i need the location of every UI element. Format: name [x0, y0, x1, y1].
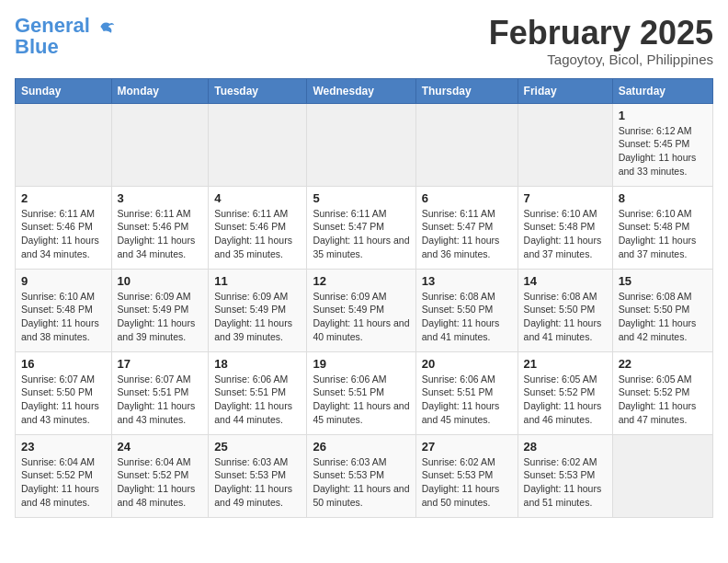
day-number: 14 — [524, 274, 607, 288]
day-number: 11 — [214, 274, 301, 288]
weekday-header-monday: Monday — [111, 78, 209, 103]
calendar-cell: 10Sunrise: 6:09 AM Sunset: 5:49 PM Dayli… — [111, 269, 209, 351]
calendar-cell: 25Sunrise: 6:03 AM Sunset: 5:53 PM Dayli… — [209, 434, 307, 517]
calendar-cell — [612, 434, 712, 517]
calendar-cell: 20Sunrise: 6:06 AM Sunset: 5:51 PM Dayli… — [415, 351, 518, 434]
weekday-header-thursday: Thursday — [415, 78, 518, 103]
calendar-cell: 13Sunrise: 6:08 AM Sunset: 5:50 PM Dayli… — [415, 269, 518, 351]
day-number: 1 — [619, 109, 707, 122]
calendar-cell: 27Sunrise: 6:02 AM Sunset: 5:53 PM Dayli… — [415, 434, 518, 517]
day-info: Sunrise: 6:11 AM Sunset: 5:46 PM Dayligh… — [21, 207, 106, 261]
calendar-cell — [518, 103, 612, 186]
calendar-cell: 23Sunrise: 6:04 AM Sunset: 5:52 PM Dayli… — [16, 434, 112, 517]
day-info: Sunrise: 6:11 AM Sunset: 5:46 PM Dayligh… — [118, 207, 203, 261]
calendar-cell: 11Sunrise: 6:09 AM Sunset: 5:49 PM Dayli… — [209, 269, 307, 351]
weekday-header-wednesday: Wednesday — [307, 78, 415, 103]
calendar-cell: 9Sunrise: 6:10 AM Sunset: 5:48 PM Daylig… — [16, 269, 112, 351]
calendar-cell — [307, 103, 415, 186]
calendar-cell — [111, 103, 209, 186]
day-info: Sunrise: 6:09 AM Sunset: 5:49 PM Dayligh… — [214, 290, 301, 344]
logo-blue: Blue — [15, 37, 116, 57]
location-subtitle: Tagoytoy, Bicol, Philippines — [489, 52, 713, 67]
calendar-table: SundayMondayTuesdayWednesdayThursdayFrid… — [15, 78, 713, 518]
day-info: Sunrise: 6:10 AM Sunset: 5:48 PM Dayligh… — [21, 290, 106, 344]
calendar-cell — [16, 103, 112, 186]
day-info: Sunrise: 6:04 AM Sunset: 5:52 PM Dayligh… — [21, 455, 106, 510]
calendar-week-1: 1Sunrise: 6:12 AM Sunset: 5:45 PM Daylig… — [16, 103, 713, 186]
day-info: Sunrise: 6:07 AM Sunset: 5:51 PM Dayligh… — [118, 373, 203, 427]
day-info: Sunrise: 6:10 AM Sunset: 5:48 PM Dayligh… — [619, 207, 707, 261]
day-info: Sunrise: 6:08 AM Sunset: 5:50 PM Dayligh… — [619, 290, 707, 344]
calendar-cell — [209, 103, 307, 186]
calendar-body: 1Sunrise: 6:12 AM Sunset: 5:45 PM Daylig… — [16, 103, 713, 517]
day-info: Sunrise: 6:07 AM Sunset: 5:50 PM Dayligh… — [21, 373, 106, 427]
logo-general: General — [15, 14, 90, 37]
calendar-cell: 16Sunrise: 6:07 AM Sunset: 5:50 PM Dayli… — [16, 351, 112, 434]
day-number: 9 — [21, 274, 106, 288]
day-info: Sunrise: 6:12 AM Sunset: 5:45 PM Dayligh… — [619, 124, 707, 178]
weekday-header-saturday: Saturday — [612, 78, 712, 103]
day-info: Sunrise: 6:08 AM Sunset: 5:50 PM Dayligh… — [524, 290, 607, 344]
day-info: Sunrise: 6:05 AM Sunset: 5:52 PM Dayligh… — [524, 373, 607, 427]
day-number: 10 — [118, 274, 203, 288]
day-number: 20 — [422, 357, 512, 371]
day-info: Sunrise: 6:02 AM Sunset: 5:53 PM Dayligh… — [524, 455, 607, 510]
day-info: Sunrise: 6:03 AM Sunset: 5:53 PM Dayligh… — [313, 455, 409, 510]
day-number: 17 — [118, 357, 203, 371]
day-info: Sunrise: 6:08 AM Sunset: 5:50 PM Dayligh… — [422, 290, 512, 344]
calendar-cell: 12Sunrise: 6:09 AM Sunset: 5:49 PM Dayli… — [307, 269, 415, 351]
day-number: 7 — [524, 191, 607, 205]
weekday-header-sunday: Sunday — [16, 78, 112, 103]
calendar-cell — [415, 103, 518, 186]
day-number: 18 — [214, 357, 301, 371]
day-info: Sunrise: 6:10 AM Sunset: 5:48 PM Dayligh… — [524, 207, 607, 261]
calendar-cell: 2Sunrise: 6:11 AM Sunset: 5:46 PM Daylig… — [16, 186, 112, 269]
day-number: 23 — [21, 440, 106, 454]
day-number: 13 — [422, 274, 512, 288]
calendar-cell: 24Sunrise: 6:04 AM Sunset: 5:52 PM Dayli… — [111, 434, 209, 517]
day-number: 19 — [313, 357, 409, 371]
day-number: 22 — [619, 357, 707, 371]
day-info: Sunrise: 6:06 AM Sunset: 5:51 PM Dayligh… — [214, 373, 301, 427]
day-number: 5 — [313, 191, 409, 205]
weekday-header-tuesday: Tuesday — [209, 78, 307, 103]
day-info: Sunrise: 6:11 AM Sunset: 5:47 PM Dayligh… — [422, 207, 512, 261]
calendar-cell: 17Sunrise: 6:07 AM Sunset: 5:51 PM Dayli… — [111, 351, 209, 434]
calendar-cell: 22Sunrise: 6:05 AM Sunset: 5:52 PM Dayli… — [612, 351, 712, 434]
day-number: 27 — [422, 440, 512, 454]
calendar-week-4: 16Sunrise: 6:07 AM Sunset: 5:50 PM Dayli… — [16, 351, 713, 434]
month-title: February 2025 — [489, 15, 713, 52]
day-info: Sunrise: 6:06 AM Sunset: 5:51 PM Dayligh… — [422, 373, 512, 427]
calendar-cell: 19Sunrise: 6:06 AM Sunset: 5:51 PM Dayli… — [307, 351, 415, 434]
page-header: General Blue February 2025 Tagoytoy, Bic… — [15, 15, 713, 67]
calendar-cell: 4Sunrise: 6:11 AM Sunset: 5:46 PM Daylig… — [209, 186, 307, 269]
calendar-cell: 8Sunrise: 6:10 AM Sunset: 5:48 PM Daylig… — [612, 186, 712, 269]
day-info: Sunrise: 6:06 AM Sunset: 5:51 PM Dayligh… — [313, 373, 409, 427]
calendar-cell: 21Sunrise: 6:05 AM Sunset: 5:52 PM Dayli… — [518, 351, 612, 434]
day-number: 2 — [21, 191, 106, 205]
calendar-cell: 7Sunrise: 6:10 AM Sunset: 5:48 PM Daylig… — [518, 186, 612, 269]
day-info: Sunrise: 6:04 AM Sunset: 5:52 PM Dayligh… — [118, 455, 203, 510]
day-info: Sunrise: 6:02 AM Sunset: 5:53 PM Dayligh… — [422, 455, 512, 510]
day-info: Sunrise: 6:11 AM Sunset: 5:46 PM Dayligh… — [214, 207, 301, 261]
day-number: 12 — [313, 274, 409, 288]
calendar-cell: 15Sunrise: 6:08 AM Sunset: 5:50 PM Dayli… — [612, 269, 712, 351]
day-number: 21 — [524, 357, 607, 371]
calendar-week-2: 2Sunrise: 6:11 AM Sunset: 5:46 PM Daylig… — [16, 186, 713, 269]
calendar-cell: 1Sunrise: 6:12 AM Sunset: 5:45 PM Daylig… — [612, 103, 712, 186]
day-number: 28 — [524, 440, 607, 454]
calendar-cell: 3Sunrise: 6:11 AM Sunset: 5:46 PM Daylig… — [111, 186, 209, 269]
calendar-cell: 18Sunrise: 6:06 AM Sunset: 5:51 PM Dayli… — [209, 351, 307, 434]
calendar-cell: 14Sunrise: 6:08 AM Sunset: 5:50 PM Dayli… — [518, 269, 612, 351]
day-number: 4 — [214, 191, 301, 205]
calendar-cell: 28Sunrise: 6:02 AM Sunset: 5:53 PM Dayli… — [518, 434, 612, 517]
day-info: Sunrise: 6:09 AM Sunset: 5:49 PM Dayligh… — [118, 290, 203, 344]
title-block: February 2025 Tagoytoy, Bicol, Philippin… — [489, 15, 713, 67]
day-number: 15 — [619, 274, 707, 288]
day-number: 24 — [118, 440, 203, 454]
calendar-week-5: 23Sunrise: 6:04 AM Sunset: 5:52 PM Dayli… — [16, 434, 713, 517]
day-number: 3 — [118, 191, 203, 205]
weekday-header-friday: Friday — [518, 78, 612, 103]
weekday-header-row: SundayMondayTuesdayWednesdayThursdayFrid… — [16, 78, 713, 103]
day-number: 25 — [214, 440, 301, 454]
